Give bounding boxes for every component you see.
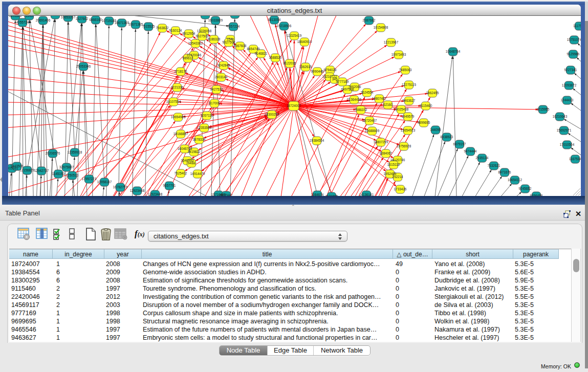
svg-text:8938923: 8938923 <box>441 135 453 139</box>
svg-text:21364436: 21364436 <box>347 98 362 101</box>
svg-text:13325419: 13325419 <box>287 34 302 37</box>
svg-text:7462066: 7462066 <box>349 85 361 89</box>
svg-text:9427532: 9427532 <box>210 87 223 91</box>
svg-text:8813054: 8813054 <box>268 18 281 21</box>
svg-text:19218506: 19218506 <box>277 24 292 28</box>
svg-text:16671365: 16671365 <box>115 21 129 25</box>
svg-text:32975887: 32975887 <box>59 165 74 169</box>
svg-text:18300295: 18300295 <box>265 113 279 116</box>
svg-text:19384554: 19384554 <box>310 139 324 142</box>
svg-text:6466160: 6466160 <box>90 18 102 21</box>
svg-text:16120746: 16120746 <box>390 158 405 162</box>
svg-text:252214: 252214 <box>392 175 403 179</box>
svg-text:9990448: 9990448 <box>311 70 324 73</box>
svg-text:9227341: 9227341 <box>564 68 577 72</box>
svg-text:18640910: 18640910 <box>297 40 312 43</box>
svg-text:8832442: 8832442 <box>220 193 233 196</box>
svg-text:948&: 948& <box>188 161 196 165</box>
svg-text:9384067: 9384067 <box>380 151 393 155</box>
svg-text:16107554: 16107554 <box>166 100 181 103</box>
svg-text:10654985: 10654985 <box>171 115 186 119</box>
svg-text:8186328: 8186328 <box>208 37 221 41</box>
svg-text:9657791: 9657791 <box>163 184 176 187</box>
svg-text:9327503: 9327503 <box>196 34 209 38</box>
svg-text:29053346: 29053346 <box>76 64 91 68</box>
svg-text:12093872: 12093872 <box>562 83 577 87</box>
svg-text:10543362: 10543362 <box>188 41 203 45</box>
svg-text:3267110: 3267110 <box>201 114 213 117</box>
svg-text:1949579: 1949579 <box>402 115 415 118</box>
svg-text:9327508: 9327508 <box>223 40 235 44</box>
svg-text:1167534: 1167534 <box>569 157 581 161</box>
svg-text:989612: 989612 <box>182 56 193 60</box>
svg-text:7986372: 7986372 <box>355 108 367 112</box>
svg-text:15720407: 15720407 <box>362 119 377 122</box>
svg-text:10807487: 10807487 <box>372 97 387 100</box>
svg-text:8215955: 8215955 <box>537 107 550 111</box>
svg-text:7632621: 7632621 <box>488 164 500 167</box>
svg-text:12923448: 12923448 <box>130 189 145 192</box>
svg-text:6879197: 6879197 <box>453 142 466 146</box>
svg-text:16055719: 16055719 <box>198 16 213 16</box>
svg-text:1145193: 1145193 <box>52 172 65 176</box>
svg-text:19756928: 19756928 <box>397 144 411 148</box>
svg-text:9474444: 9474444 <box>464 149 477 153</box>
svg-text:10648784: 10648784 <box>446 50 461 53</box>
svg-text:9115460: 9115460 <box>420 104 432 107</box>
svg-text:817006: 817006 <box>209 101 220 105</box>
svg-text:16210643: 16210643 <box>553 115 568 118</box>
svg-text:12213967: 12213967 <box>384 40 399 44</box>
svg-text:9899695: 9899695 <box>418 121 430 124</box>
svg-text:9777169: 9777169 <box>336 80 349 83</box>
svg-text:915437: 915437 <box>24 16 35 17</box>
svg-text:20206576: 20206576 <box>46 151 60 155</box>
svg-text:8454749: 8454749 <box>247 47 260 51</box>
svg-text:18807299: 18807299 <box>374 140 388 144</box>
svg-text:10688609: 10688609 <box>365 129 380 133</box>
svg-text:1443506: 1443506 <box>11 164 24 168</box>
svg-text:9146821: 9146821 <box>255 52 268 55</box>
svg-text:16033809: 16033809 <box>208 18 223 22</box>
svg-text:1221336: 1221336 <box>171 85 184 89</box>
svg-text:1084674: 1084674 <box>311 193 324 196</box>
svg-text:1893521: 1893521 <box>9 16 22 17</box>
svg-text:1244413: 1244413 <box>561 98 574 102</box>
svg-text:10154808: 10154808 <box>374 26 388 29</box>
svg-text:1250513: 1250513 <box>66 173 79 177</box>
svg-text:10958187: 10958187 <box>97 180 112 184</box>
svg-text:9794028: 9794028 <box>324 68 337 72</box>
svg-text:9129986: 9129986 <box>567 52 580 56</box>
svg-text:19166857: 19166857 <box>173 132 188 136</box>
svg-text:13226058: 13226058 <box>197 29 212 33</box>
svg-text:2935134: 2935134 <box>476 156 489 160</box>
svg-text:13654923: 13654923 <box>401 128 416 132</box>
svg-text:10025438: 10025438 <box>394 107 409 111</box>
svg-text:62160: 62160 <box>383 103 393 106</box>
svg-text:20691406: 20691406 <box>36 18 51 22</box>
svg-text:12942737: 12942737 <box>34 169 49 172</box>
svg-text:14136141: 14136141 <box>359 193 374 196</box>
svg-text:12275115: 12275115 <box>402 83 416 86</box>
svg-text:9245652: 9245652 <box>519 187 532 190</box>
svg-text:9356458: 9356458 <box>530 194 543 196</box>
svg-text:15751074: 15751074 <box>567 38 581 41</box>
svg-text:3878334: 3878334 <box>193 138 206 141</box>
svg-text:7515525: 7515525 <box>142 25 155 28</box>
svg-text:4055724: 4055724 <box>16 20 29 24</box>
svg-text:2367608: 2367608 <box>234 44 247 48</box>
svg-text:7625402: 7625402 <box>175 171 187 175</box>
svg-text:7663822: 7663822 <box>156 26 169 30</box>
svg-text:3419822: 3419822 <box>188 150 201 154</box>
svg-text:9463627: 9463627 <box>403 99 416 102</box>
svg-text:8912954: 8912954 <box>183 32 195 35</box>
svg-text:1117500: 1117500 <box>573 24 581 28</box>
svg-text:10654112: 10654112 <box>508 178 522 182</box>
svg-text:10973493: 10973493 <box>391 53 406 56</box>
svg-text:18724007: 18724007 <box>287 104 301 107</box>
svg-text:3624554: 3624554 <box>361 91 374 94</box>
svg-text:1588520: 1588520 <box>269 56 282 59</box>
svg-text:10653267: 10653267 <box>61 16 76 19</box>
svg-text:15692971: 15692971 <box>557 128 572 132</box>
svg-text:2087682: 2087682 <box>363 18 376 22</box>
svg-text:12353594: 12353594 <box>197 126 212 129</box>
